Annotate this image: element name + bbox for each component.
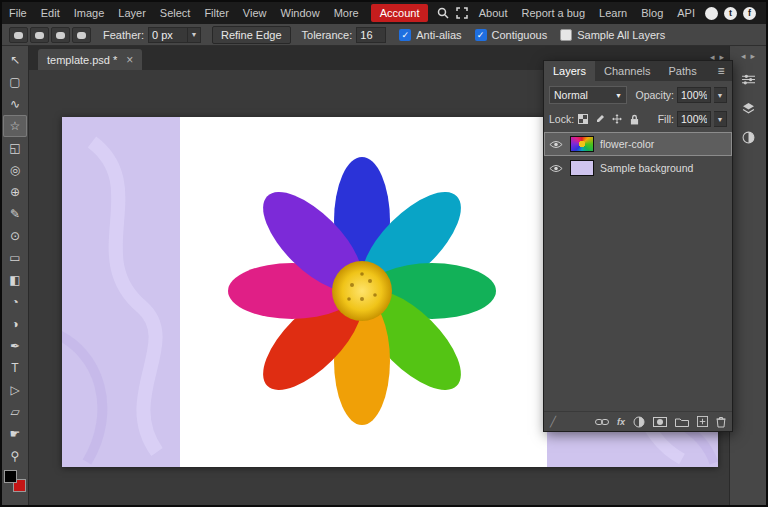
layer-row-flower-color[interactable]: flower-color	[544, 132, 732, 156]
adjustment-layer-icon[interactable]	[633, 416, 645, 428]
panel-menu-icon[interactable]: ≡	[710, 61, 732, 81]
menu-item-edit[interactable]: Edit	[34, 2, 67, 24]
github-icon[interactable]	[705, 7, 718, 20]
panel-arrow-right-icon[interactable]: ▸	[751, 51, 756, 61]
menu-link-learn[interactable]: Learn	[592, 2, 634, 24]
chevron-down-icon: ▼	[615, 92, 622, 99]
eyedropper-tool[interactable]: ◎	[3, 159, 27, 181]
crop-tool[interactable]: ◱	[3, 137, 27, 159]
lock-all-icon[interactable]	[628, 113, 640, 125]
delete-layer-icon[interactable]	[716, 416, 726, 428]
menu-link-report-a-bug[interactable]: Report a bug	[514, 2, 592, 24]
tab-channels[interactable]: Channels	[595, 61, 659, 81]
menu-link-api[interactable]: API	[670, 2, 702, 24]
menu-link-blog[interactable]: Blog	[634, 2, 670, 24]
right-panel-strip: ◂ ▸	[729, 46, 766, 505]
lock-position-icon[interactable]	[611, 113, 623, 125]
menu-item-window[interactable]: Window	[274, 2, 327, 24]
antialias-checkbox[interactable]	[399, 29, 411, 41]
search-icon[interactable]	[433, 2, 452, 24]
panel-resize-handle[interactable]: ╱	[550, 416, 556, 427]
menu-item-layer[interactable]: Layer	[111, 2, 153, 24]
lock-icons	[577, 113, 640, 125]
twitter-icon[interactable]: t	[724, 7, 737, 20]
opacity-input[interactable]	[677, 87, 711, 103]
feather-input[interactable]	[148, 27, 188, 43]
menu-item-filter[interactable]: Filter	[197, 2, 235, 24]
link-layers-icon[interactable]	[595, 418, 609, 426]
chevron-down-icon[interactable]: ▼	[714, 111, 727, 127]
layer-thumbnail[interactable]	[570, 160, 594, 176]
photopea-window: FileEditImageLayerSelectFilterViewWindow…	[0, 0, 768, 507]
panel-collapse-arrows: ◂ ▸	[741, 51, 755, 61]
selection-add-icon[interactable]	[30, 27, 49, 43]
account-button[interactable]: Account	[371, 4, 429, 22]
zoom-tool[interactable]: ⚲	[3, 445, 27, 467]
tolerance-label: Tolerance:	[302, 29, 353, 41]
magic-wand-tool[interactable]: ☆	[3, 115, 27, 137]
fill-input[interactable]	[677, 111, 711, 127]
selection-intersect-icon[interactable]	[72, 27, 91, 43]
menu-item-more[interactable]: More	[327, 2, 366, 24]
selection-subtract-icon[interactable]	[51, 27, 70, 43]
eye-icon[interactable]	[548, 164, 564, 173]
adjustments-icon[interactable]	[736, 126, 760, 148]
layer-effects-icon[interactable]: fx	[617, 417, 625, 427]
path-select-tool[interactable]: ▷	[3, 379, 27, 401]
blend-mode-select[interactable]: Normal ▼	[549, 86, 627, 104]
selection-new-icon[interactable]	[9, 27, 28, 43]
canvas-white-area[interactable]	[180, 117, 547, 467]
foreground-color-swatch[interactable]	[4, 470, 17, 483]
tolerance-input[interactable]	[356, 27, 386, 43]
color-swatches[interactable]	[4, 470, 26, 492]
close-icon[interactable]: ×	[126, 54, 133, 66]
menu-item-image[interactable]: Image	[67, 2, 112, 24]
layers-panel-tabs: Layers Channels Paths ≡	[544, 61, 732, 81]
blur-tool[interactable]: ◔	[3, 291, 27, 313]
layer-thumbnail[interactable]	[570, 136, 594, 152]
hand-tool[interactable]: ☛	[3, 423, 27, 445]
tab-paths[interactable]: Paths	[660, 61, 706, 81]
fullscreen-icon[interactable]	[453, 2, 472, 24]
lasso-tool[interactable]: ∿	[3, 93, 27, 115]
refine-edge-button[interactable]: Refine Edge	[212, 26, 291, 44]
menu-item-view[interactable]: View	[236, 2, 274, 24]
gradient-tool[interactable]: ◧	[3, 269, 27, 291]
layer-name: Sample background	[600, 162, 693, 174]
eye-icon[interactable]	[548, 140, 564, 149]
brush-settings-icon[interactable]	[736, 68, 760, 90]
eraser-tool[interactable]: ▭	[3, 247, 27, 269]
new-group-icon[interactable]	[675, 417, 689, 427]
menu-item-select[interactable]: Select	[153, 2, 198, 24]
move-tool[interactable]: ↖	[3, 49, 27, 71]
shape-tool[interactable]: ▱	[3, 401, 27, 423]
contiguous-checkbox[interactable]	[475, 29, 487, 41]
lock-transparency-icon[interactable]	[577, 113, 589, 125]
chevron-down-icon[interactable]: ▼	[188, 27, 201, 43]
panel-arrow-left-icon[interactable]: ◂	[741, 51, 746, 61]
layers-stack-icon[interactable]	[736, 97, 760, 119]
dodge-tool[interactable]: ◑	[3, 313, 27, 335]
healing-brush-tool[interactable]: ⊕	[3, 181, 27, 203]
new-layer-icon[interactable]	[697, 416, 708, 427]
layers-panel-bottom-bar: ╱ fx	[544, 411, 732, 431]
chevron-down-icon[interactable]: ▼	[714, 87, 727, 103]
brush-tool[interactable]: ✎	[3, 203, 27, 225]
pen-tool[interactable]: ✒	[3, 335, 27, 357]
type-tool[interactable]: T	[3, 357, 27, 379]
layer-row-sample-background[interactable]: Sample background	[544, 156, 732, 180]
layer-list: flower-color Sample background	[544, 132, 732, 411]
sample-all-layers-label: Sample All Layers	[577, 29, 665, 41]
layer-mask-icon[interactable]	[653, 417, 667, 427]
facebook-icon[interactable]: f	[743, 7, 756, 20]
sample-all-layers-checkbox[interactable]	[560, 29, 572, 41]
feather-label: Feather:	[103, 29, 144, 41]
menu-link-about[interactable]: About	[472, 2, 515, 24]
document-tab[interactable]: template.psd * ×	[38, 49, 142, 70]
rect-select-tool[interactable]: ▢	[3, 71, 27, 93]
layer-name: flower-color	[600, 138, 654, 150]
menu-item-file[interactable]: File	[2, 2, 34, 24]
clone-stamp-tool[interactable]: ⊙	[3, 225, 27, 247]
lock-pixels-icon[interactable]	[594, 113, 606, 125]
tab-layers[interactable]: Layers	[544, 61, 595, 81]
